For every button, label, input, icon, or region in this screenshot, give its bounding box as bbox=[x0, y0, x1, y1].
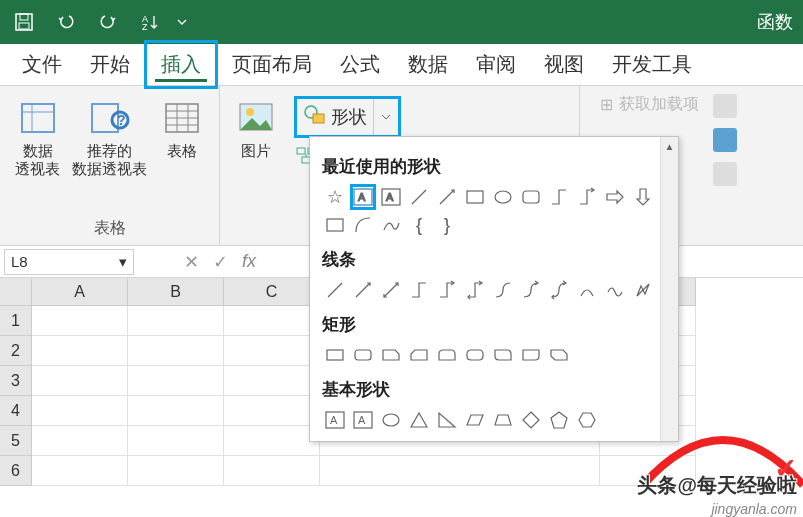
brace-shape[interactable]: { bbox=[406, 212, 432, 238]
get-addins-button[interactable]: ⊞ 获取加载项 bbox=[600, 94, 699, 115]
line8[interactable] bbox=[518, 277, 544, 303]
connector2-shape[interactable] bbox=[574, 184, 600, 210]
flowchart-shape[interactable] bbox=[322, 212, 348, 238]
line5[interactable] bbox=[434, 277, 460, 303]
dropdown-scrollbar[interactable]: ▲ bbox=[660, 137, 678, 441]
bing-icon[interactable] bbox=[713, 128, 737, 152]
cell[interactable] bbox=[32, 336, 128, 366]
select-all-corner[interactable] bbox=[0, 278, 32, 306]
rect-shape[interactable] bbox=[462, 184, 488, 210]
cell[interactable] bbox=[224, 366, 320, 396]
rowhdr-2[interactable]: 2 bbox=[0, 336, 32, 366]
tab-home[interactable]: 开始 bbox=[76, 43, 144, 86]
cancel-icon[interactable]: ✕ bbox=[184, 251, 199, 273]
cell[interactable] bbox=[224, 396, 320, 426]
basic-rtriangle[interactable] bbox=[434, 407, 460, 433]
table-button[interactable]: 表格 bbox=[154, 96, 210, 160]
basic-oval[interactable] bbox=[378, 407, 404, 433]
line3[interactable] bbox=[378, 277, 404, 303]
line10[interactable] bbox=[574, 277, 600, 303]
redo-button[interactable] bbox=[88, 4, 128, 40]
cell[interactable] bbox=[128, 366, 224, 396]
basic-parallelogram[interactable] bbox=[462, 407, 488, 433]
cell[interactable] bbox=[320, 456, 600, 486]
qat-customize[interactable] bbox=[172, 4, 192, 40]
basic-hexagon[interactable] bbox=[574, 407, 600, 433]
right-arrow-shape[interactable] bbox=[602, 184, 628, 210]
arrow-line-shape[interactable] bbox=[434, 184, 460, 210]
textbox-shape[interactable]: A bbox=[350, 184, 376, 210]
fx-icon[interactable]: fx bbox=[242, 251, 256, 273]
cell[interactable] bbox=[128, 306, 224, 336]
line2[interactable] bbox=[350, 277, 376, 303]
rect2[interactable] bbox=[350, 342, 376, 368]
enter-icon[interactable]: ✓ bbox=[213, 251, 228, 273]
curve-shape[interactable] bbox=[350, 212, 376, 238]
people-icon[interactable] bbox=[713, 94, 737, 118]
scroll-up-icon[interactable]: ▲ bbox=[661, 137, 678, 155]
freeform-shape[interactable] bbox=[378, 212, 404, 238]
line6[interactable] bbox=[462, 277, 488, 303]
tab-file[interactable]: 文件 bbox=[8, 43, 76, 86]
cell[interactable] bbox=[32, 456, 128, 486]
tab-insert[interactable]: 插入 bbox=[144, 40, 218, 89]
undo-button[interactable] bbox=[46, 4, 86, 40]
recommended-pivot-button[interactable]: ? 推荐的 数据透视表 bbox=[72, 96, 148, 178]
cell[interactable] bbox=[128, 336, 224, 366]
line11[interactable] bbox=[602, 277, 628, 303]
rowhdr-1[interactable]: 1 bbox=[0, 306, 32, 336]
cell[interactable] bbox=[224, 306, 320, 336]
star-shape[interactable]: ☆ bbox=[322, 184, 348, 210]
rowhdr-6[interactable]: 6 bbox=[0, 456, 32, 486]
rect6[interactable] bbox=[462, 342, 488, 368]
rect9[interactable] bbox=[546, 342, 572, 368]
save-button[interactable] bbox=[4, 4, 44, 40]
rect7[interactable] bbox=[490, 342, 516, 368]
cell[interactable] bbox=[128, 456, 224, 486]
cell[interactable] bbox=[32, 366, 128, 396]
tab-formulas[interactable]: 公式 bbox=[326, 43, 394, 86]
misc-icon[interactable] bbox=[713, 162, 737, 186]
cell[interactable] bbox=[128, 426, 224, 456]
basic-pentagon[interactable] bbox=[546, 407, 572, 433]
vertical-textbox-shape[interactable]: A bbox=[378, 184, 404, 210]
tab-pagelayout[interactable]: 页面布局 bbox=[218, 43, 326, 86]
rect3[interactable] bbox=[378, 342, 404, 368]
basic-textbox1[interactable]: A bbox=[322, 407, 348, 433]
sort-button[interactable]: AZ bbox=[130, 4, 170, 40]
col-A[interactable]: A bbox=[32, 278, 128, 306]
cell[interactable] bbox=[224, 336, 320, 366]
line4[interactable] bbox=[406, 277, 432, 303]
rect1[interactable] bbox=[322, 342, 348, 368]
down-arrow-shape[interactable] bbox=[630, 184, 656, 210]
line12[interactable] bbox=[630, 277, 656, 303]
rowhdr-3[interactable]: 3 bbox=[0, 366, 32, 396]
cell[interactable] bbox=[128, 396, 224, 426]
name-box[interactable]: L8 ▾ bbox=[4, 249, 134, 275]
cell[interactable] bbox=[32, 396, 128, 426]
pivot-table-button[interactable]: 数据 透视表 bbox=[10, 96, 66, 178]
picture-button[interactable]: 图片 bbox=[228, 96, 284, 160]
shapes-dropdown-button[interactable]: 形状 bbox=[294, 96, 401, 138]
rect8[interactable] bbox=[518, 342, 544, 368]
basic-textbox2[interactable]: A bbox=[350, 407, 376, 433]
cell[interactable] bbox=[32, 426, 128, 456]
col-B[interactable]: B bbox=[128, 278, 224, 306]
col-C[interactable]: C bbox=[224, 278, 320, 306]
rowhdr-5[interactable]: 5 bbox=[0, 426, 32, 456]
basic-triangle[interactable] bbox=[406, 407, 432, 433]
basic-trapezoid[interactable] bbox=[490, 407, 516, 433]
cell[interactable] bbox=[224, 456, 320, 486]
tab-data[interactable]: 数据 bbox=[394, 43, 462, 86]
rect4[interactable] bbox=[406, 342, 432, 368]
tab-review[interactable]: 审阅 bbox=[462, 43, 530, 86]
line9[interactable] bbox=[546, 277, 572, 303]
line1[interactable] bbox=[322, 277, 348, 303]
brace2-shape[interactable]: } bbox=[434, 212, 460, 238]
cell[interactable] bbox=[32, 306, 128, 336]
rect5[interactable] bbox=[434, 342, 460, 368]
oval-shape[interactable] bbox=[490, 184, 516, 210]
tab-view[interactable]: 视图 bbox=[530, 43, 598, 86]
basic-diamond[interactable] bbox=[518, 407, 544, 433]
rounded-rect-shape[interactable] bbox=[518, 184, 544, 210]
